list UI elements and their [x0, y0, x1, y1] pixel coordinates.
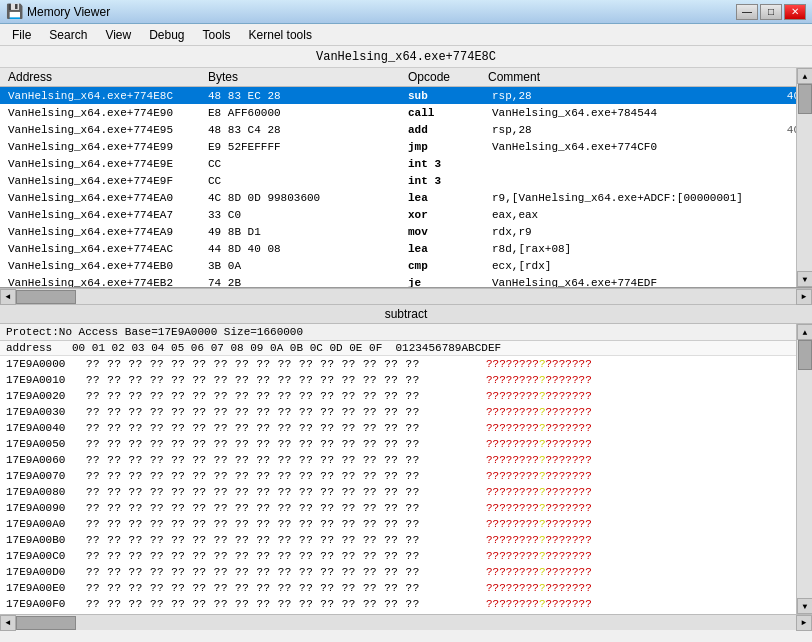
disasm-opcode: add	[404, 124, 484, 136]
disasm-bytes: E9 52FEFFFF	[204, 141, 404, 153]
disasm-pane: Address Bytes Opcode Comment VanHelsing_…	[0, 68, 812, 288]
memory-address: 17E9A00C0	[6, 550, 86, 562]
scroll-up-button[interactable]: ▲	[797, 68, 812, 84]
memory-h-scrollbar[interactable]: ◄ ►	[0, 614, 812, 630]
memory-header: address 00 01 02 03 04 05 06 07 08 09 0A…	[0, 341, 812, 356]
disasm-h-scrollbar[interactable]: ◄ ►	[0, 288, 812, 304]
menu-item-tools[interactable]: Tools	[195, 26, 239, 44]
menu-item-debug[interactable]: Debug	[141, 26, 192, 44]
memory-row[interactable]: 17E9A00A0?? ?? ?? ?? ?? ?? ?? ?? ?? ?? ?…	[0, 516, 812, 532]
memory-address: 17E9A00D0	[6, 566, 86, 578]
disasm-opcode: jmp	[404, 141, 484, 153]
minimize-button[interactable]: —	[736, 4, 758, 20]
disasm-row[interactable]: VanHelsing_x64.exe+774E9FCCint 3	[0, 172, 812, 189]
mem-scroll-up-button[interactable]: ▲	[797, 324, 812, 340]
disasm-row[interactable]: VanHelsing_x64.exe+774E8C48 83 EC 28subr…	[0, 87, 812, 104]
memory-ascii: ????????????????	[486, 470, 806, 482]
memory-row[interactable]: 17E9A0020?? ?? ?? ?? ?? ?? ?? ?? ?? ?? ?…	[0, 388, 812, 404]
disasm-bytes: 33 C0	[204, 209, 404, 221]
memory-row[interactable]: 17E9A0070?? ?? ?? ?? ?? ?? ?? ?? ?? ?? ?…	[0, 468, 812, 484]
disasm-address: VanHelsing_x64.exe+774E90	[4, 107, 204, 119]
memory-address: 17E9A00A0	[6, 518, 86, 530]
mem-h-scroll-thumb[interactable]	[16, 616, 76, 630]
memory-hex: ?? ?? ?? ?? ?? ?? ?? ?? ?? ?? ?? ?? ?? ?…	[86, 486, 486, 498]
memory-row[interactable]: 17E9A0100?? ?? ?? ?? ?? ?? ?? ?? ?? ?? ?…	[0, 612, 812, 614]
memory-ascii: ????????????????	[486, 534, 806, 546]
disasm-row[interactable]: VanHelsing_x64.exe+774EAC44 8D 40 08lear…	[0, 240, 812, 257]
mem-h-scroll-track[interactable]	[16, 615, 796, 630]
memory-row[interactable]: 17E9A00D0?? ?? ?? ?? ?? ?? ?? ?? ?? ?? ?…	[0, 564, 812, 580]
menu-item-file[interactable]: File	[4, 26, 39, 44]
window-title: Memory Viewer	[27, 5, 736, 19]
disasm-row[interactable]: VanHelsing_x64.exe+774E9ECCint 3	[0, 155, 812, 172]
memory-hex: ?? ?? ?? ?? ?? ?? ?? ?? ?? ?? ?? ?? ?? ?…	[86, 470, 486, 482]
memory-address: 17E9A00F0	[6, 598, 86, 610]
memory-row[interactable]: 17E9A0010?? ?? ?? ?? ?? ?? ?? ?? ?? ?? ?…	[0, 372, 812, 388]
mem-scroll-down-button[interactable]: ▼	[797, 598, 812, 614]
scroll-down-button[interactable]: ▼	[797, 271, 812, 287]
disasm-address: VanHelsing_x64.exe+774EA0	[4, 192, 204, 204]
disasm-address: VanHelsing_x64.exe+774E9E	[4, 158, 204, 170]
disasm-bytes: 48 83 EC 28	[204, 90, 404, 102]
memory-hex: ?? ?? ?? ?? ?? ?? ?? ?? ?? ?? ?? ?? ?? ?…	[86, 598, 486, 610]
disasm-row[interactable]: VanHelsing_x64.exe+774E90E8 AFF60000call…	[0, 104, 812, 121]
disasm-row[interactable]: VanHelsing_x64.exe+774EA949 8B D1movrdx,…	[0, 223, 812, 240]
memory-row[interactable]: 17E9A0060?? ?? ?? ?? ?? ?? ?? ?? ?? ?? ?…	[0, 452, 812, 468]
disasm-row[interactable]: VanHelsing_x64.exe+774EB274 2BjeVanHelsi…	[0, 274, 812, 288]
memory-ascii: ????????????????	[486, 358, 806, 370]
mem-h-scroll-right-button[interactable]: ►	[796, 615, 812, 631]
memory-row[interactable]: 17E9A0080?? ?? ?? ?? ?? ?? ?? ?? ?? ?? ?…	[0, 484, 812, 500]
memory-address: 17E9A0000	[6, 358, 86, 370]
status-bar: subtract	[0, 304, 812, 324]
memory-address: 17E9A0050	[6, 438, 86, 450]
memory-row[interactable]: 17E9A00B0?? ?? ?? ?? ?? ?? ?? ?? ?? ?? ?…	[0, 532, 812, 548]
disasm-row[interactable]: VanHelsing_x64.exe+774E99E9 52FEFFFFjmpV…	[0, 138, 812, 155]
memory-ascii: ????????????????	[486, 550, 806, 562]
memory-hex: ?? ?? ?? ?? ?? ?? ?? ?? ?? ?? ?? ?? ?? ?…	[86, 358, 486, 370]
disasm-args: rsp,28	[488, 124, 763, 136]
memory-row[interactable]: 17E9A0040?? ?? ?? ?? ?? ?? ?? ?? ?? ?? ?…	[0, 420, 812, 436]
memory-scrollbar[interactable]: ▲ ▼	[796, 324, 812, 614]
menu-item-search[interactable]: Search	[41, 26, 95, 44]
mem-h-scroll-left-button[interactable]: ◄	[0, 615, 16, 631]
memory-address: 17E9A0070	[6, 470, 86, 482]
mem-scroll-thumb[interactable]	[798, 340, 812, 370]
memory-info: Protect:No Access Base=17E9A0000 Size=16…	[0, 324, 812, 341]
disasm-bytes: CC	[204, 158, 404, 170]
memory-ascii: ????????????????	[486, 438, 806, 450]
memory-row[interactable]: 17E9A00E0?? ?? ?? ?? ?? ?? ?? ?? ?? ?? ?…	[0, 580, 812, 596]
col-header-opcode: Opcode	[404, 69, 484, 85]
memory-row[interactable]: 17E9A00F0?? ?? ?? ?? ?? ?? ?? ?? ?? ?? ?…	[0, 596, 812, 612]
disasm-rows: VanHelsing_x64.exe+774E8C48 83 EC 28subr…	[0, 87, 812, 288]
disasm-args: VanHelsing_x64.exe+774EDF	[488, 277, 776, 289]
menu-item-view[interactable]: View	[97, 26, 139, 44]
memory-row[interactable]: 17E9A0000?? ?? ?? ?? ?? ?? ?? ?? ?? ?? ?…	[0, 356, 812, 372]
disasm-row[interactable]: VanHelsing_x64.exe+774EB03B 0Acmpecx,[rd…	[0, 257, 812, 274]
scroll-track[interactable]	[797, 84, 812, 271]
scroll-thumb[interactable]	[798, 84, 812, 114]
disasm-row[interactable]: VanHelsing_x64.exe+774EA733 C0xoreax,eax	[0, 206, 812, 223]
h-scroll-left-button[interactable]: ◄	[0, 289, 16, 305]
h-scroll-thumb[interactable]	[16, 290, 76, 304]
h-scroll-track[interactable]	[16, 289, 796, 304]
maximize-button[interactable]: □	[760, 4, 782, 20]
disasm-scrollbar[interactable]: ▲ ▼	[796, 68, 812, 287]
memory-row[interactable]: 17E9A0090?? ?? ?? ?? ?? ?? ?? ?? ?? ?? ?…	[0, 500, 812, 516]
menu-bar: FileSearchViewDebugToolsKernel tools	[0, 24, 812, 46]
disasm-row[interactable]: VanHelsing_x64.exe+774E9548 83 C4 28addr…	[0, 121, 812, 138]
menu-item-kernel-tools[interactable]: Kernel tools	[241, 26, 320, 44]
disasm-address: VanHelsing_x64.exe+774EB0	[4, 260, 204, 272]
disasm-opcode: sub	[404, 90, 484, 102]
col-header-comment: Comment	[484, 69, 808, 85]
memory-ascii: ????????????????	[486, 582, 806, 594]
memory-row[interactable]: 17E9A0030?? ?? ?? ?? ?? ?? ?? ?? ?? ?? ?…	[0, 404, 812, 420]
close-button[interactable]: ✕	[784, 4, 806, 20]
disasm-address: VanHelsing_x64.exe+774E9F	[4, 175, 204, 187]
mem-scroll-track[interactable]	[797, 340, 812, 598]
h-scroll-right-button[interactable]: ►	[796, 289, 812, 305]
disasm-header: Address Bytes Opcode Comment	[0, 68, 812, 87]
memory-row[interactable]: 17E9A0050?? ?? ?? ?? ?? ?? ?? ?? ?? ?? ?…	[0, 436, 812, 452]
memory-hex: ?? ?? ?? ?? ?? ?? ?? ?? ?? ?? ?? ?? ?? ?…	[86, 438, 486, 450]
memory-row[interactable]: 17E9A00C0?? ?? ?? ?? ?? ?? ?? ?? ?? ?? ?…	[0, 548, 812, 564]
disasm-row[interactable]: VanHelsing_x64.exe+774EA04C 8D 0D 998036…	[0, 189, 812, 206]
